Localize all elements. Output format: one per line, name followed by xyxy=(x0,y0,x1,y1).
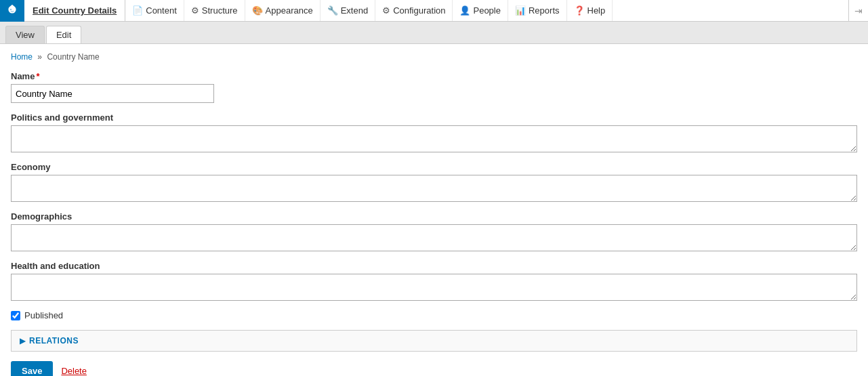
reports-icon: 📊 xyxy=(515,5,526,16)
politics-textarea[interactable] xyxy=(11,125,857,152)
nav-configuration[interactable]: ⚙ Configuration xyxy=(375,0,453,21)
economy-label: Economy xyxy=(11,162,857,172)
nav-extend[interactable]: 🔧 Extend xyxy=(321,0,375,21)
nav-content[interactable]: 📄 Content xyxy=(125,0,184,21)
nav-structure[interactable]: ⚙ Structure xyxy=(184,0,245,21)
configuration-icon: ⚙ xyxy=(382,5,390,16)
published-label[interactable]: Published xyxy=(24,310,63,320)
svg-point-0 xyxy=(10,9,12,10)
nav-collapse[interactable]: ⇥ xyxy=(848,0,868,21)
demographics-textarea[interactable] xyxy=(11,224,857,251)
relations-title: RELATIONS xyxy=(29,336,79,346)
demographics-field-group: Demographics xyxy=(11,211,857,251)
breadcrumb-sep: » xyxy=(37,52,42,62)
economy-field-group: Economy xyxy=(11,162,857,202)
structure-icon: ⚙ xyxy=(191,5,199,16)
relations-section: ▶ RELATIONS xyxy=(11,330,857,352)
health-textarea[interactable] xyxy=(11,274,857,301)
nav-items: 📄 Content ⚙ Structure 🎨 Appearance 🔧 Ext… xyxy=(125,0,848,21)
people-icon: 👤 xyxy=(459,5,470,16)
published-checkbox[interactable] xyxy=(11,311,20,320)
health-field-group: Health and education xyxy=(11,261,857,301)
name-input[interactable] xyxy=(11,84,214,103)
drupal-logo[interactable] xyxy=(0,0,24,22)
economy-textarea[interactable] xyxy=(11,175,857,202)
name-label: Name* xyxy=(11,71,857,81)
tab-view[interactable]: View xyxy=(5,26,45,43)
breadcrumb: Home » Country Name xyxy=(11,52,857,62)
published-row: Published xyxy=(11,310,857,320)
nav-appearance[interactable]: 🎨 Appearance xyxy=(245,0,321,21)
demographics-label: Demographics xyxy=(11,211,857,222)
tab-bar: View Edit xyxy=(0,22,868,44)
help-icon: ❓ xyxy=(574,5,585,16)
nav-help[interactable]: ❓ Help xyxy=(567,0,613,21)
relations-header[interactable]: ▶ RELATIONS xyxy=(12,331,856,351)
appearance-icon: 🎨 xyxy=(252,5,263,16)
health-label: Health and education xyxy=(11,261,857,271)
politics-label: Politics and government xyxy=(11,112,857,123)
relations-arrow-icon: ▶ xyxy=(20,337,25,346)
politics-field-group: Politics and government xyxy=(11,112,857,152)
tab-edit[interactable]: Edit xyxy=(46,26,81,43)
nav-reports[interactable]: 📊 Reports xyxy=(508,0,567,21)
breadcrumb-home[interactable]: Home xyxy=(11,52,33,62)
delete-button[interactable]: Delete xyxy=(61,366,87,376)
page-title[interactable]: Edit Country Details xyxy=(24,0,125,21)
button-row: Save Delete xyxy=(11,361,857,376)
content-icon: 📄 xyxy=(132,5,143,16)
extend-icon: 🔧 xyxy=(327,5,338,16)
top-nav: Edit Country Details 📄 Content ⚙ Structu… xyxy=(0,0,868,22)
name-field-group: Name* xyxy=(11,71,857,103)
required-marker: * xyxy=(36,71,39,81)
breadcrumb-current: Country Name xyxy=(47,52,99,62)
save-button[interactable]: Save xyxy=(11,361,53,376)
content-area: Home » Country Name Name* Politics and g… xyxy=(0,44,868,376)
nav-people[interactable]: 👤 People xyxy=(453,0,508,21)
